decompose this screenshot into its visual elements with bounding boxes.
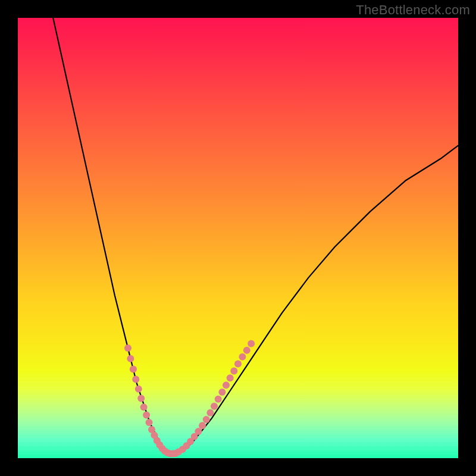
curve-marker [223,381,230,389]
curve-marker [137,394,145,402]
curve-marker [130,366,137,373]
curve-marker [203,416,210,423]
curve-marker [243,347,250,354]
curve-marker [143,412,150,419]
curve-marker [146,419,153,426]
curve-marker [206,409,214,416]
plot-area [18,18,458,458]
chart-outer-frame: TheBottleneck.com [0,0,476,476]
curve-marker [234,361,242,368]
chart-svg [18,18,458,458]
curve-marker [211,403,218,410]
curve-line [53,18,458,454]
curve-marker [227,374,234,381]
curve-marker [195,428,202,435]
curve-marker [199,422,206,429]
curve-markers [124,340,255,458]
curve-marker [124,345,131,352]
curve-marker [248,340,255,347]
curve-marker [127,355,134,362]
curve-marker [140,403,148,411]
curve-marker [239,353,246,361]
curve-marker [132,376,139,383]
curve-marker [135,386,142,393]
curve-marker [230,368,237,375]
curve-marker [218,389,226,396]
watermark-label: TheBottleneck.com [356,2,470,18]
curve-marker [215,396,222,403]
